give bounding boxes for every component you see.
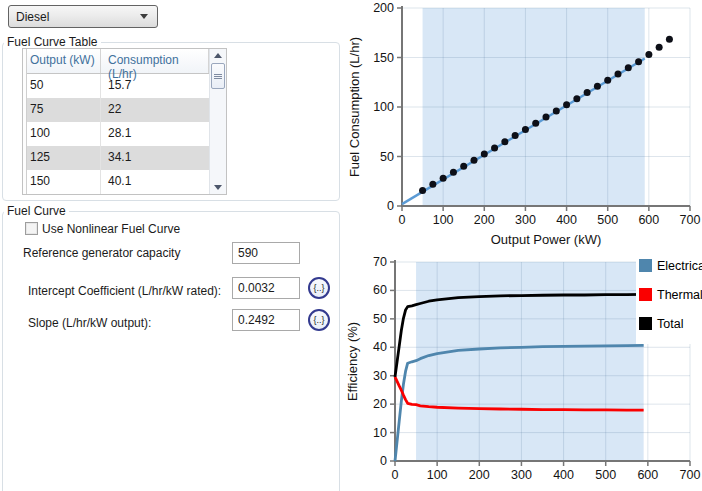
data-point [460,163,467,170]
cell-output[interactable]: 50 [23,74,101,98]
data-point [440,175,447,182]
table-scrollbar[interactable] [209,49,226,194]
scrollbar-thumb[interactable] [211,63,225,89]
x-tick-label: 400 [556,213,577,227]
table-header-row: Output (kW) Consumption (L/hr) [23,49,226,74]
efficiency-chart: 0100200300400500600700010203040506070Eff… [345,249,702,491]
x-tick-label: 0 [399,213,406,227]
table-row[interactable]: 7522 [23,98,226,122]
data-point [635,58,642,65]
table-row[interactable]: 5015.7 [23,74,226,98]
cell-consumption[interactable]: 22 [101,98,209,122]
y-tick-label: 20 [373,397,387,411]
y-axis-title: Efficiency (%) [345,322,360,401]
y-tick-label: 0 [380,454,387,468]
data-point [563,101,570,108]
chart-legend: ElectricalThermalTotal [636,253,702,344]
legend-swatch-icon [639,288,652,301]
chevron-down-icon [140,14,148,19]
y-tick-label: 60 [373,283,387,297]
data-point [656,44,663,51]
y-tick-label: 70 [373,255,387,269]
data-point [584,89,591,96]
data-point [645,51,652,58]
fuel-curve-table: Output (kW) Consumption (L/hr) 5015.7752… [22,48,227,195]
table-row[interactable]: 10028.1 [23,122,226,146]
reference-capacity-input[interactable] [232,242,300,264]
data-point [501,138,508,145]
cell-output[interactable]: 75 [23,98,101,122]
slope-expression-button[interactable]: {..} [308,309,330,331]
data-point [481,151,488,158]
y-tick-label: 30 [373,369,387,383]
data-point [553,107,560,114]
legend-item-total: Total [639,313,702,334]
cell-consumption[interactable]: 15.7 [101,74,209,98]
y-tick-label: 50 [373,312,387,326]
fuel-curve-group-title: Fuel Curve [4,204,69,218]
x-tick-label: 700 [680,213,701,227]
y-tick-label: 0 [387,199,394,213]
y-tick-label: 150 [373,51,394,65]
legend-swatch-icon [639,259,652,272]
intercept-expression-button[interactable]: {..} [308,277,330,299]
x-tick-label: 100 [433,213,454,227]
legend-swatch-icon [639,317,652,330]
data-point [512,132,519,139]
scroll-down-button[interactable] [210,181,226,194]
data-point [666,36,673,43]
fuel-consumption-plot: 0100200300400500600700050100150200Fuel C… [345,0,702,249]
x-tick-label: 400 [553,468,574,482]
x-tick-label: 100 [427,468,448,482]
cell-consumption[interactable]: 34.1 [101,146,209,170]
cell-output[interactable]: 125 [23,146,101,170]
cell-output[interactable]: 100 [23,122,101,146]
fuel-type-selected-value: Diesel [16,10,140,24]
data-point [491,144,498,151]
x-tick-label: 300 [515,213,536,227]
fuel-consumption-chart: 0100200300400500600700050100150200Fuel C… [345,0,702,249]
y-tick-label: 40 [373,340,387,354]
table-row[interactable]: 15040.1 [23,170,226,194]
cell-consumption[interactable]: 40.1 [101,170,209,194]
x-tick-label: 500 [595,468,616,482]
intercept-coefficient-input[interactable] [232,277,300,299]
x-tick-label: 500 [597,213,618,227]
y-tick-label: 50 [380,150,394,164]
x-tick-label: 600 [638,213,659,227]
column-header-consumption[interactable]: Consumption (L/hr) [101,49,209,73]
data-point [543,114,550,121]
legend-item-thermal: Thermal [639,284,702,305]
scroll-down-icon [214,185,222,190]
data-point [532,120,539,127]
data-point [419,187,426,194]
data-point [625,64,632,71]
data-point [594,83,601,90]
cell-consumption[interactable]: 28.1 [101,122,209,146]
data-point [615,71,622,78]
data-point [604,77,611,84]
y-axis-title: Fuel Consumption (L/hr) [347,37,362,177]
cell-output[interactable]: 150 [23,170,101,194]
operating-range-band [416,262,644,461]
data-point [450,169,457,176]
y-tick-label: 200 [373,1,394,15]
legend-label: Electrical [657,259,702,273]
y-tick-label: 100 [373,100,394,114]
scroll-up-button[interactable] [210,49,226,62]
slope-label: Slope (L/hr/kW output): [28,316,151,330]
table-row[interactable]: 12534.1 [23,146,226,170]
x-axis-title: Output Power (kW) [491,232,602,247]
nonlinear-fuel-curve-checkbox[interactable] [25,222,38,235]
nonlinear-fuel-curve-label[interactable]: Use Nonlinear Fuel Curve [42,222,180,236]
scrollbar-grip-icon [214,74,222,79]
generator-fuel-panel: Diesel Fuel Curve Table Output (kW) Cons… [0,0,702,491]
slope-input[interactable] [232,309,300,331]
fuel-type-dropdown[interactable]: Diesel [8,5,158,28]
column-header-output[interactable]: Output (kW) [23,49,101,73]
fuel-curve-table-group-title: Fuel Curve Table [4,35,101,49]
legend-item-electrical: Electrical [639,255,702,276]
legend-label: Thermal [657,288,702,302]
legend-label: Total [657,317,683,331]
x-tick-label: 700 [680,468,701,482]
